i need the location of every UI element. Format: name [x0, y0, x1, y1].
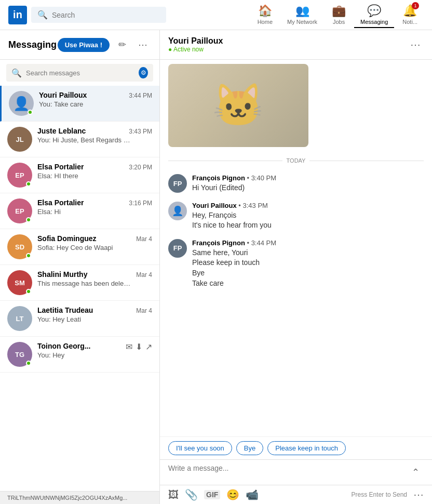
gif-toolbar-icon[interactable]: GIF [204, 490, 220, 499]
conv-name-shalini: Shalini Murthy [37, 270, 87, 278]
msg-avatar-youri: 👤 [168, 202, 187, 220]
chat-area: Youri Pailloux ● Active now ⋯ 🐱 TODAY [160, 30, 432, 504]
conv-preview-laetitia: You: Hey Leati [37, 315, 131, 323]
conv-content-laetitia: Laetitia Trudeau Mar 4 You: Hey Leati [37, 306, 152, 323]
notifications-icon: 🔔 1 [403, 4, 417, 18]
emoji-toolbar-icon[interactable]: 😊 [226, 488, 239, 501]
nav-item-home-label: Home [258, 19, 273, 25]
message-row-m1: FP François Pignon • 3:40 PM Hi Youri (E… [168, 174, 424, 193]
avatar-wrap-laetitia: LT [7, 306, 32, 331]
nav-item-messaging[interactable]: 💬 Messaging [354, 2, 394, 28]
conv-preview-elsa2: Elsa: Hi [37, 208, 131, 216]
conv-preview-toinon: You: Hey [37, 351, 120, 359]
day-divider: TODAY [168, 157, 424, 164]
msg-text-m3-line1: Same here, Youri [192, 248, 424, 258]
msg-header-m1: François Pignon • 3:40 PM [192, 174, 424, 182]
nav-item-jobs[interactable]: 💼 Jobs [326, 2, 352, 28]
msg-header-m2: Youri Pailloux • 3:43 PM [192, 202, 424, 209]
nav-item-network-label: My Network [287, 19, 317, 25]
conv-preview-elsa1: Elsa: HI there [37, 172, 131, 180]
nav-item-network[interactable]: 👥 My Network [281, 2, 323, 28]
jobs-icon: 💼 [332, 4, 346, 18]
conv-content-elsa2: Elsa Portalier 3:16 PM Elsa: Hi [37, 198, 152, 216]
quick-reply-btn-3[interactable]: Please keep in touch [267, 441, 346, 455]
chat-status: ● Active now [168, 46, 223, 53]
more-toolbar-icon[interactable]: ⋯ [413, 488, 424, 501]
cat-gif: 🐱 [168, 64, 308, 147]
conv-name-elsa2: Elsa Portalier [37, 198, 84, 207]
avatar-wrap-shalini: SM [7, 270, 32, 295]
conv-content-juste: Juste Leblanc 3:43 PM You: Hi Juste, Bes… [37, 127, 152, 144]
cursor-icon: ↗ [145, 342, 152, 352]
msg-time-m3: 3:44 PM [251, 239, 276, 247]
chat-header: Youri Pailloux ● Active now ⋯ [160, 30, 432, 60]
conv-name-juste: Juste Leblanc [37, 127, 86, 135]
conv-top-elsa1: Elsa Portalier 3:20 PM [37, 163, 152, 171]
messages-search-bar[interactable]: 🔍 ⚙ [6, 64, 153, 82]
cat-image: 🐱 [212, 81, 264, 130]
conv-top-youri: Youri Pailloux 3:44 PM [39, 91, 152, 99]
mail-icon[interactable]: ✉ [126, 342, 132, 352]
conv-time-elsa1: 3:20 PM [129, 164, 152, 171]
network-icon: 👥 [295, 4, 309, 18]
search-input[interactable] [52, 11, 160, 19]
conversation-item-sofia[interactable]: SD Sofia Dominguez Mar 4 Sofia: Hey Ceo … [0, 229, 159, 265]
conv-top-elsa2: Elsa Portalier 3:16 PM [37, 198, 152, 207]
compose-button[interactable]: ✏ [114, 36, 130, 53]
avatar-wrap-youri: 👤 [9, 91, 34, 116]
filter-icon[interactable]: ⚙ [139, 67, 148, 78]
more-options-button[interactable]: ⋯ [134, 36, 151, 53]
conversation-item-elsa2[interactable]: EP Elsa Portalier 3:16 PM Elsa: Hi [0, 193, 159, 229]
conv-preview-shalini: This message has been deleted. [37, 280, 131, 287]
conv-name-toinon: Toinon Georg... [37, 342, 90, 350]
nav-icons: 🏠 Home 👥 My Network 💼 Jobs 💬 Messaging 🔔… [251, 2, 424, 28]
use-piwaa-button[interactable]: Use Piwaa ! [58, 38, 110, 52]
messaging-icon: 💬 [367, 4, 381, 18]
msg-avatar-francois2: FP [168, 239, 187, 258]
msg-text-m3-line3: Bye [192, 268, 424, 278]
msg-sender-m1: François Pignon [192, 174, 245, 182]
online-indicator-shalini [26, 289, 31, 294]
msg-text-m1: Hi Youri (Edited) [192, 183, 424, 193]
chat-messages: 🐱 TODAY FP François Pignon • 3:40 PM Hi … [160, 60, 432, 436]
sidebar-header-actions: Use Piwaa ! ✏ ⋯ [58, 36, 151, 53]
video-toolbar-icon[interactable]: 📹 [246, 488, 259, 501]
conversation-item-juste[interactable]: JL Juste Leblanc 3:43 PM You: Hi Juste, … [0, 122, 159, 157]
msg-text-m2-line2: It's nice to hear from you [192, 220, 424, 231]
sidebar-header: Messaging Use Piwaa ! ✏ ⋯ [0, 30, 159, 60]
conv-top-shalini: Shalini Murthy Mar 4 [37, 270, 152, 278]
conv-preview-sofia: Sofia: Hey Ceo de Waapi [37, 244, 131, 251]
conversation-item-laetitia[interactable]: LT Laetitia Trudeau Mar 4 You: Hey Leati [0, 301, 159, 337]
conv-content-toinon: Toinon Georg... You: Hey [37, 342, 120, 359]
msg-body-m2: Youri Pailloux • 3:43 PM Hey, François I… [192, 202, 424, 231]
nav-item-home[interactable]: 🏠 Home [251, 2, 279, 28]
quick-reply-btn-1[interactable]: I'll see you soon [168, 441, 232, 455]
download-icon[interactable]: ⬇ [136, 342, 142, 352]
nav-item-notifications-label: Noti... [402, 19, 417, 25]
conversation-item-elsa1[interactable]: EP Elsa Portalier 3:20 PM Elsa: HI there [0, 157, 159, 193]
online-indicator-youri [28, 110, 33, 115]
quick-reply-btn-2[interactable]: Bye [236, 441, 263, 455]
message-input-expand-button[interactable]: ⌃ [408, 464, 424, 481]
message-toolbar: 🖼 📎 GIF 😊 📹 Press Enter to Send ⋯ [160, 485, 432, 504]
chat-more-options-button[interactable]: ⋯ [407, 36, 424, 53]
nav-item-notifications[interactable]: 🔔 1 Noti... [396, 2, 424, 28]
nav-search-bar[interactable]: 🔍 [31, 7, 166, 23]
conversation-item-youri[interactable]: 👤 Youri Pailloux 3:44 PM You: Take care [0, 86, 159, 122]
nav-item-messaging-label: Messaging [360, 19, 388, 25]
attach-toolbar-icon[interactable]: 📎 [185, 488, 198, 501]
avatar-juste: JL [7, 127, 32, 152]
conversations-list: 👤 Youri Pailloux 3:44 PM You: Take care [0, 86, 159, 491]
message-input[interactable] [168, 464, 408, 481]
search-messages-input[interactable] [26, 69, 134, 77]
avatar-wrap-elsa2: EP [7, 198, 32, 223]
search-messages-icon: 🔍 [11, 68, 22, 78]
conversation-item-toinon[interactable]: TG Toinon Georg... You: Hey ✉ ⬇ ↗ [0, 337, 159, 373]
conv-content-sofia: Sofia Dominguez Mar 4 Sofia: Hey Ceo de … [37, 234, 152, 251]
toinon-actions: ✉ ⬇ ↗ [126, 342, 152, 352]
image-toolbar-icon[interactable]: 🖼 [168, 489, 179, 501]
conversation-item-shalini[interactable]: SM Shalini Murthy Mar 4 This message has… [0, 265, 159, 301]
conv-top-toinon: Toinon Georg... [37, 342, 120, 350]
online-indicator-elsa1 [26, 181, 31, 187]
message-row-m2: 👤 Youri Pailloux • 3:43 PM Hey, François… [168, 202, 424, 231]
